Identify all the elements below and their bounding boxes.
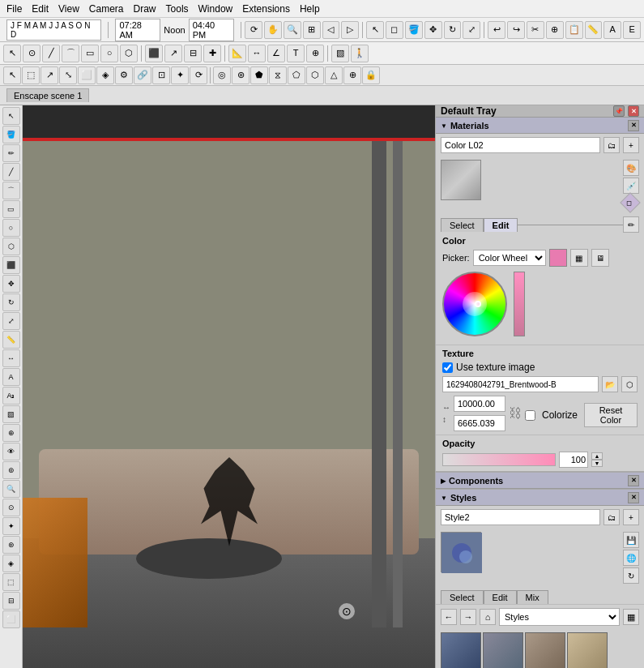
tb3-6[interactable]: ◈ xyxy=(96,66,114,84)
color-swatch[interactable] xyxy=(549,249,567,267)
texture-width-input[interactable] xyxy=(454,396,505,412)
mat-browse-btn[interactable]: 🗂 xyxy=(603,137,620,153)
menu-view[interactable]: View xyxy=(58,3,79,15)
style-grid-item-4[interactable] xyxy=(567,632,608,668)
tb-prev-btn[interactable]: ◁ xyxy=(322,21,340,39)
tb3-8[interactable]: 🔗 xyxy=(134,66,151,84)
lt-dim[interactable]: ↔ xyxy=(2,349,20,367)
lt-text[interactable]: A xyxy=(2,368,20,386)
lt-line[interactable]: ╱ xyxy=(2,163,20,181)
materials-expand-icon[interactable] xyxy=(441,122,447,130)
menu-draw[interactable]: Draw xyxy=(134,3,156,15)
styles-select[interactable]: Styles xyxy=(499,608,620,626)
colorize-checkbox[interactable] xyxy=(525,410,535,421)
lt-axes[interactable]: ⊕ xyxy=(2,424,20,442)
tb2-lasso-btn[interactable]: ⊙ xyxy=(23,45,41,62)
lt-select[interactable]: ↖ xyxy=(2,107,20,125)
tb3-20[interactable]: 🔒 xyxy=(362,66,380,84)
lt-extra6[interactable]: ⬜ xyxy=(2,610,20,628)
tb-zoom-window-btn[interactable]: ⊞ xyxy=(303,21,321,39)
tb-scale-btn[interactable]: ⤢ xyxy=(463,21,480,39)
menu-edit[interactable]: Edit xyxy=(32,3,49,15)
mat-pencil-icon[interactable]: ✏ xyxy=(623,216,639,233)
opacity-down-btn[interactable]: ▼ xyxy=(591,460,603,467)
tb2-section-btn[interactable]: ▧ xyxy=(331,45,349,62)
lt-polygon[interactable]: ⬡ xyxy=(2,238,20,255)
tb-measure-btn[interactable]: 📏 xyxy=(585,21,603,39)
tb-paste-btn[interactable]: 📋 xyxy=(565,21,583,39)
texture-3d-btn[interactable]: ⬡ xyxy=(621,376,638,392)
mat-tab-select[interactable]: Select xyxy=(441,218,484,232)
lt-extra3[interactable]: ◈ xyxy=(2,555,20,572)
tb2-protractor-btn[interactable]: ∠ xyxy=(267,45,285,62)
styles-tab-edit[interactable]: Edit xyxy=(484,590,517,604)
tb3-7[interactable]: ⚙ xyxy=(115,66,133,84)
tb3-14[interactable]: ⬟ xyxy=(250,66,268,84)
tb3-10[interactable]: ✦ xyxy=(171,66,189,84)
lt-circle[interactable]: ○ xyxy=(2,219,20,237)
color-value-slider[interactable] xyxy=(514,272,525,336)
tb2-line-btn[interactable]: ╱ xyxy=(42,45,60,62)
tb-move-btn[interactable]: ✥ xyxy=(424,21,442,39)
tb3-9[interactable]: ⊡ xyxy=(152,66,170,84)
lt-extra1[interactable]: ✦ xyxy=(2,517,20,535)
tb-text-btn[interactable]: A xyxy=(603,21,621,39)
tb-copy-btn[interactable]: ⊕ xyxy=(546,21,564,39)
lt-extra5[interactable]: ⊟ xyxy=(2,592,20,610)
styles-details-btn[interactable]: ▦ xyxy=(623,609,639,625)
tb3-11[interactable]: ⟳ xyxy=(190,66,207,84)
viewport[interactable]: ⊙ xyxy=(23,105,435,668)
texture-browse-btn[interactable]: 📂 xyxy=(602,376,618,392)
tb2-circle-btn[interactable]: ○ xyxy=(100,45,118,62)
style-grid-item-2[interactable] xyxy=(483,632,523,668)
tb-zoom-btn[interactable]: 🔍 xyxy=(284,21,301,39)
lt-pencil[interactable]: ✏ xyxy=(2,144,20,162)
lt-extra2[interactable]: ⊛ xyxy=(2,536,20,554)
style-browse-btn[interactable]: 🗂 xyxy=(603,509,620,525)
texture-filename-input[interactable] xyxy=(442,376,599,392)
styles-expand-icon[interactable] xyxy=(441,494,447,502)
tb3-12[interactable]: ◎ xyxy=(213,66,231,84)
tb2-push-btn[interactable]: ⬛ xyxy=(145,45,163,62)
lt-paint[interactable]: 🪣 xyxy=(2,126,20,143)
tb-select-btn[interactable]: ↖ xyxy=(366,21,384,39)
scene-tab-item[interactable]: Enscape scene 1 xyxy=(6,88,89,102)
lt-3d-text[interactable]: A₃ xyxy=(2,387,20,405)
mat-sample-icon[interactable]: 💉 xyxy=(623,178,639,194)
use-texture-checkbox[interactable] xyxy=(442,362,453,373)
menu-extensions[interactable]: Extensions xyxy=(242,3,290,15)
tb3-19[interactable]: ⊕ xyxy=(343,66,361,84)
style-save-icon[interactable]: 💾 xyxy=(623,532,639,548)
lt-look[interactable]: ⊚ xyxy=(2,461,20,479)
lt-move[interactable]: ✥ xyxy=(2,275,20,293)
tb2-rect-btn[interactable]: ▭ xyxy=(81,45,99,62)
lt-rotate[interactable]: ↻ xyxy=(2,293,20,311)
tb3-18[interactable]: △ xyxy=(325,66,343,84)
tb2-intersect-btn[interactable]: ✚ xyxy=(203,45,221,62)
tb2-polygon-btn[interactable]: ⬡ xyxy=(120,45,138,62)
lt-tape[interactable]: 📏 xyxy=(2,331,20,349)
tb3-4[interactable]: ⤡ xyxy=(59,66,77,84)
tb2-follow-btn[interactable]: ↗ xyxy=(164,45,182,62)
tb-paint-btn[interactable]: 🪣 xyxy=(405,21,423,39)
tb3-15[interactable]: ⧖ xyxy=(269,66,287,84)
style-refresh-icon[interactable]: ↻ xyxy=(623,567,639,584)
opacity-input[interactable] xyxy=(559,452,588,468)
tb2-axes-btn[interactable]: ⊕ xyxy=(306,45,324,62)
style-edit-icon[interactable]: 🌐 xyxy=(623,550,639,566)
opacity-up-btn[interactable]: ▲ xyxy=(591,452,603,460)
material-name-input[interactable] xyxy=(441,137,600,153)
tb-enscape-btn[interactable]: E xyxy=(623,21,641,39)
styles-close-icon[interactable]: ✕ xyxy=(628,492,639,503)
styles-back-btn[interactable]: ← xyxy=(441,609,457,625)
tb-erase-btn[interactable]: ◻ xyxy=(386,21,403,39)
lt-zoom2[interactable]: ⊙ xyxy=(2,499,20,516)
styles-forward-btn[interactable]: → xyxy=(460,609,476,625)
lt-shape[interactable]: ▭ xyxy=(2,200,20,218)
style-name-input[interactable] xyxy=(441,509,600,525)
lt-zoom[interactable]: 🔍 xyxy=(2,480,20,498)
color-wheel[interactable] xyxy=(442,272,507,336)
tb-cut-btn[interactable]: ✂ xyxy=(527,21,544,39)
tb2-tape-btn[interactable]: 📐 xyxy=(228,45,246,62)
tb2-walk-btn[interactable]: 🚶 xyxy=(351,45,369,62)
